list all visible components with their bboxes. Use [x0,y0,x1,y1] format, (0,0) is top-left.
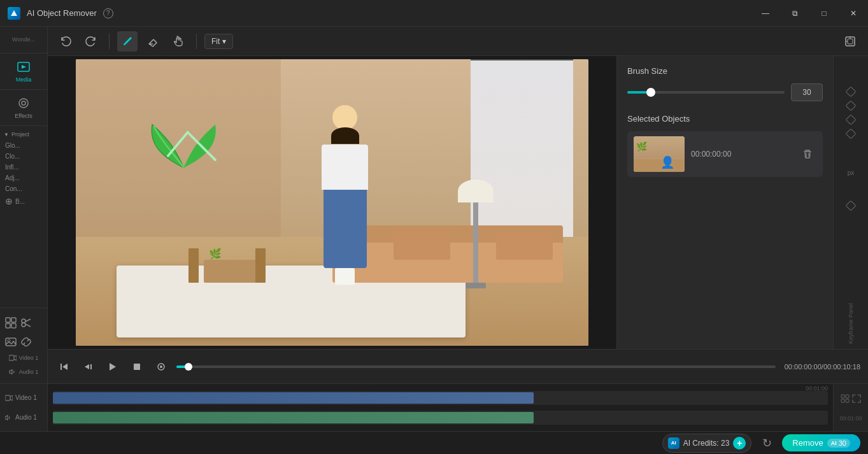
stop-button[interactable] [128,358,146,376]
svg-marker-0 [11,10,17,16]
maximize-button[interactable]: ⧉ [780,0,809,27]
timeline-label-col: Video 1 Audio 1 [0,384,48,431]
audio-track[interactable] [53,411,828,425]
redo-button[interactable] [81,31,101,52]
skip-to-start-button[interactable] [55,358,73,376]
timeline-view-controls [841,394,861,403]
time-display: 00:00:00:00/00:00:10:18 [785,363,860,371]
link-icon [20,336,32,348]
add-credits-button[interactable]: + [733,437,746,450]
skip-start-icon [59,362,69,372]
video-track-icon [5,394,13,402]
remove-label: Remove [792,438,823,448]
svg-rect-29 [841,395,844,398]
restore-button[interactable]: □ [809,0,839,27]
plant-logo-overlay [132,117,235,180]
frame-back-button[interactable] [80,358,97,376]
eraser-icon [147,36,159,47]
effects-nav-item[interactable]: Effects [0,90,47,125]
svg-marker-22 [85,364,89,369]
audio-track-icon [5,414,13,422]
timeline-thumb[interactable] [185,363,192,371]
export-button[interactable] [840,31,860,52]
diamond-icon-5 [846,201,857,211]
close-button[interactable]: ✕ [839,0,868,27]
effects-icon [17,96,31,110]
lamp-base [466,283,486,288]
timeline-video-label: Video 1 [5,394,42,402]
timeline-tracks-area[interactable]: 00:01:00 [48,384,833,431]
eraser-tool-button[interactable] [143,31,163,52]
brush-size-slider-container: 30 [627,83,823,101]
undo-icon [60,36,71,47]
slider-thumb[interactable] [646,88,655,97]
object-thumbnail-1: 🌿 👤 [634,136,685,172]
project-item-b[interactable]: ⊕B... [0,194,47,208]
grid-view-icon [841,394,850,403]
project-item-adj[interactable]: Adj... [0,173,47,183]
svg-rect-6 [6,323,10,328]
trash-icon [802,149,813,159]
undo-button[interactable] [55,31,76,52]
ai-icon-small: AI [831,440,837,446]
timeline-strip: Video 1 Audio 1 00:01:00 [0,383,868,431]
brush-size-slider[interactable] [627,91,785,94]
fit-dropdown[interactable]: Fit ▾ [204,34,233,49]
far-right-strip: px Keyframe Panel [833,56,868,349]
svg-point-9 [22,323,25,327]
video-track-label: Video 1 [5,351,42,364]
sofa-cushion-right [496,231,553,260]
keyframe-panel-label: Keyframe Panel [848,297,854,344]
selected-objects-section: Selected Objects 🌿 👤 [627,114,823,177]
loop-button[interactable] [152,358,170,376]
svg-point-3 [22,101,25,105]
video-frame: 🌿 [76,59,588,346]
credits-text: AI Credits: 23 [683,439,730,448]
window-top [471,59,573,60]
grid-icon [5,317,17,329]
timeline-stamp: 00:01:00 [839,415,862,422]
project-item-con[interactable]: Con... [0,183,47,194]
ai-credits-badge: AI AI Credits: 23 + [662,434,752,453]
media-nav-item[interactable]: Media [0,53,47,90]
diamond-icon-1 [846,87,857,97]
lamp-shade [458,180,494,202]
timeline-right-controls: 00:01:00 [833,384,868,431]
frame-back-icon [83,362,94,372]
hand-tool-button[interactable] [168,31,189,52]
person [311,105,378,311]
svg-rect-5 [11,318,16,322]
scissors-icon [20,317,32,329]
refresh-button[interactable]: ↻ [758,434,776,452]
project-item-clo[interactable]: Clo... [0,151,47,162]
svg-rect-17 [848,39,853,44]
fit-label: Fit [211,37,220,46]
svg-rect-25 [134,364,140,370]
title-bar: AI Object Remover ? — ⧉ □ ✕ [0,0,868,27]
video-track[interactable] [53,391,828,405]
audio-clip [53,412,534,423]
video-canvas[interactable]: 🌿 [48,56,616,349]
playback-timeline[interactable] [176,365,776,368]
brush-size-value[interactable]: 30 [791,83,823,101]
project-item-glo[interactable]: Glo... [0,140,47,151]
image-icon [5,336,17,348]
object-delete-button-1[interactable] [799,145,816,163]
project-item-infl[interactable]: Infl... [0,162,47,173]
brush-icon [122,36,133,47]
svg-rect-28 [5,395,10,401]
svg-line-10 [25,319,31,322]
remove-button[interactable]: Remove AI 30 [782,434,860,451]
project-section-header: ▼ Project [0,129,47,140]
ai-credits-count: 30 [839,439,846,447]
bottom-nav-icons [0,313,47,332]
brush-tool-button[interactable] [117,31,138,52]
minimize-button[interactable]: — [751,0,780,27]
bottom-status-bar: AI AI Credits: 23 + ↻ Remove AI 30 [0,431,868,454]
stop-icon [132,362,142,372]
svg-point-8 [22,319,25,323]
play-button[interactable] [104,358,122,376]
lamp-pole [473,197,478,283]
help-icon[interactable]: ? [103,8,113,18]
window-title: AI Object Remover [27,8,97,18]
